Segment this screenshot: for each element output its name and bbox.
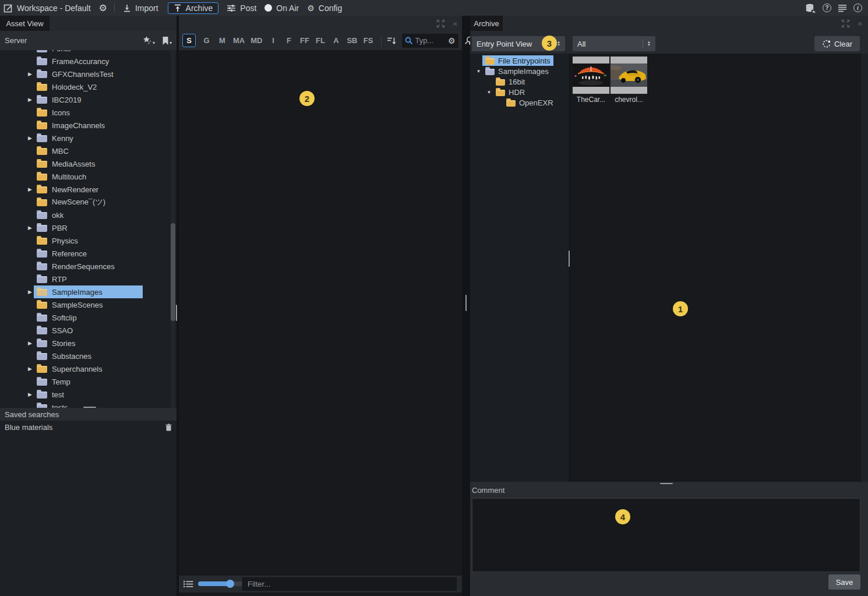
expand-arrow-icon[interactable]: ▶ (26, 186, 34, 192)
saved-search-item[interactable]: Blue materials (0, 421, 177, 433)
filter-button-sb[interactable]: SB (347, 36, 357, 45)
list-view-icon[interactable] (184, 580, 193, 588)
archive-tree-splitter-grip[interactable] (569, 251, 570, 267)
server-tree-item-stories[interactable]: ▶Stories (0, 337, 177, 350)
filter-button-ma[interactable]: MA (233, 36, 245, 45)
workspace-menu[interactable]: Workspace - Default (3, 3, 91, 13)
maximize-panel-icon[interactable] (436, 19, 445, 28)
left-splitter-grip[interactable] (176, 305, 177, 321)
server-tree-item-frameaccurancy[interactable]: ▶FrameAccurancy (0, 55, 177, 68)
sort-descending-icon[interactable] (387, 37, 397, 45)
asset-thumbnail-chevrolet[interactable]: chevrol... (611, 57, 647, 104)
server-tree-item-reference[interactable]: ▶Reference (0, 247, 177, 260)
server-tree-item-substacnes[interactable]: ▶Substacnes (0, 350, 177, 362)
maximize-panel-icon[interactable] (841, 19, 850, 28)
server-tree-item-imagechannels[interactable]: ▶ImageChannels (0, 119, 177, 132)
asset-search-input[interactable] (415, 36, 446, 45)
server-tree-scrollbar-thumb[interactable] (171, 223, 175, 321)
filter-button-md[interactable]: MD (250, 36, 262, 45)
bookmark-icon[interactable]: ▾ (162, 36, 172, 45)
expand-arrow-icon[interactable]: ▼ (485, 90, 493, 95)
close-panel-icon[interactable]: × (858, 19, 863, 28)
server-tree-item-mbc[interactable]: ▶MBC (0, 144, 177, 157)
post-button[interactable]: Post (227, 3, 256, 13)
expand-arrow-icon[interactable]: ▼ (475, 69, 482, 74)
help-icon[interactable]: ? (823, 3, 831, 12)
filter-button-ff[interactable]: FF (299, 36, 309, 45)
filter-button-fl[interactable]: FL (315, 36, 325, 45)
archive-scroll-gutter[interactable] (861, 54, 868, 482)
server-tree-item-ssao[interactable]: ▶SSAO (0, 324, 177, 337)
filter-button-a[interactable]: A (331, 36, 341, 45)
server-tree-item-gfxchannelstest[interactable]: ▶GFXChannelsTest (0, 68, 177, 80)
server-tree-item-samplescenes[interactable]: ▶SampleScenes (0, 298, 177, 311)
comment-splitter-grip[interactable] (660, 483, 673, 484)
log-lines-icon[interactable] (838, 4, 847, 12)
server-tree-item-temp[interactable]: ▶Temp (0, 375, 177, 388)
expand-arrow-icon[interactable]: ▶ (26, 97, 34, 103)
database-icon[interactable] (805, 3, 816, 13)
tab-archive[interactable]: Archive (470, 16, 503, 31)
comment-textarea[interactable] (472, 498, 860, 572)
info-icon[interactable]: i (853, 3, 862, 12)
close-panel-icon[interactable]: × (453, 19, 458, 28)
expand-arrow-icon[interactable]: ▶ (26, 71, 34, 77)
archive-tree-item-hdr[interactable]: ▼HDR (470, 87, 569, 97)
import-button[interactable]: Import (123, 3, 158, 13)
filter-button-m[interactable]: M (217, 36, 227, 45)
server-tree-item-physics[interactable]: ▶Physics (0, 234, 177, 247)
server-tree-item-newrenderer[interactable]: ▶NewRenderer (0, 183, 177, 196)
server-tree-item-softclip[interactable]: ▶Softclip (0, 311, 177, 324)
on-air-button[interactable]: On Air (264, 3, 299, 13)
folder-icon (37, 161, 47, 168)
filter-button-i[interactable]: I (268, 36, 278, 45)
archive-tree-item-file-entrypoints[interactable]: File Entrypoints (470, 55, 569, 66)
server-tree-item-superchannels[interactable]: ▶Superchannels (0, 362, 177, 375)
server-tree-item-test[interactable]: ▶test (0, 388, 177, 401)
server-tree-item-rendersequences[interactable]: ▶RenderSequences (0, 260, 177, 273)
server-title: Server (5, 36, 27, 45)
workspace-settings-gear-icon[interactable]: ⚙ (99, 3, 107, 13)
asset-grid-empty-area[interactable] (179, 50, 462, 576)
folder-icon (37, 379, 47, 386)
archive-tree-item-16bit[interactable]: 16bit (470, 76, 569, 87)
server-tree-item-rtp[interactable]: ▶RTP (0, 273, 177, 285)
expand-arrow-icon[interactable]: ▶ (26, 289, 34, 295)
filter-button-g[interactable]: G (202, 36, 211, 45)
clear-button[interactable]: Clear (814, 36, 860, 51)
filter-button-s[interactable]: S (182, 34, 196, 47)
server-tree-item-newscene-[interactable]: ▶NewScene¯(ツ) (0, 196, 177, 209)
type-filter-dropdown[interactable]: All ▲▼ (573, 36, 655, 51)
expand-arrow-icon[interactable]: ▶ (26, 340, 34, 346)
server-tree-item-icons[interactable]: ▶Icons (0, 106, 177, 119)
search-settings-gear-icon[interactable]: ⚙ (448, 37, 456, 45)
server-tree-item-ibc2019[interactable]: ▶IBC2019 (0, 93, 177, 106)
server-tree-item-fonts[interactable]: ▶Fonts (0, 50, 177, 55)
refresh-favorites-icon[interactable]: ▾ (142, 36, 155, 45)
expand-arrow-icon[interactable]: ▶ (26, 135, 34, 141)
save-button[interactable]: Save (828, 574, 860, 590)
delete-trash-icon[interactable] (165, 424, 172, 431)
config-button[interactable]: ⚙ Config (307, 3, 342, 13)
asset-thumbnail-thecarousel[interactable]: TheCar... (573, 57, 609, 104)
filter-button-fs[interactable]: FS (364, 36, 373, 45)
server-tree-item-mediaassets[interactable]: ▶MediaAssets (0, 157, 177, 170)
filter-button-f[interactable]: F (284, 36, 294, 45)
server-tree-item-holodeck-v2[interactable]: ▶Holodeck_V2 (0, 80, 177, 93)
server-tree-item-okk[interactable]: ▶okk (0, 209, 177, 221)
expand-arrow-icon[interactable]: ▶ (26, 225, 34, 231)
server-tree-item-pbr[interactable]: ▶PBR (0, 221, 177, 234)
slider-knob[interactable] (226, 580, 234, 588)
tab-asset-view[interactable]: Asset View (0, 16, 50, 31)
dropdown-spinner-icon[interactable]: ▲▼ (643, 39, 651, 48)
expand-arrow-icon[interactable]: ▶ (26, 366, 34, 372)
archive-tree-item-openexr[interactable]: OpenEXR (470, 97, 569, 108)
server-tree-item-kenny[interactable]: ▶Kenny (0, 132, 177, 144)
server-tree-item-multitouch[interactable]: ▶Multitouch (0, 170, 177, 183)
archive-button[interactable]: Archive (168, 2, 219, 14)
archive-tree-item-sampleimages[interactable]: ▼SampleImages (470, 66, 569, 76)
asset-filter-input[interactable] (242, 577, 457, 591)
right-splitter-grip[interactable] (465, 295, 467, 311)
server-tree-item-sampleimages[interactable]: ▶SampleImages (0, 285, 177, 298)
expand-arrow-icon[interactable]: ▶ (26, 392, 34, 397)
